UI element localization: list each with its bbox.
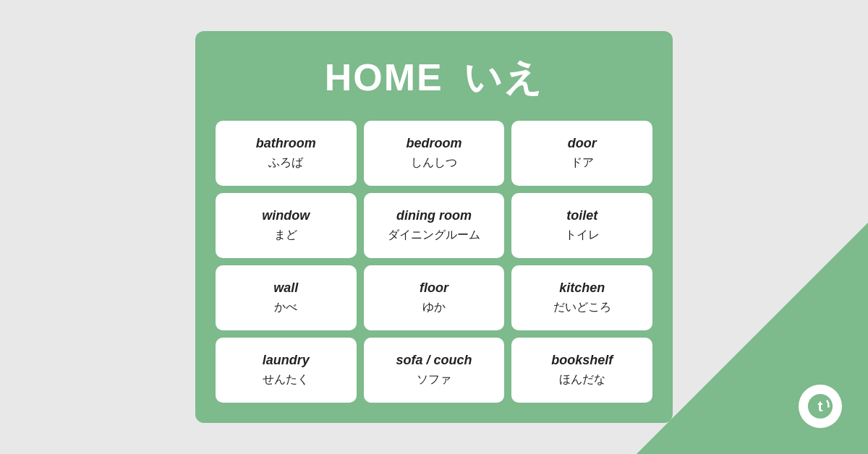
vocab-japanese: まど [274,228,297,243]
vocab-english: floor [420,280,448,296]
vocab-grid: bathroomふろばbedroomしんしつdoorドアwindowまどdini… [216,121,652,403]
vocab-cell: floorゆか [364,265,505,330]
vocab-japanese: トイレ [565,228,600,243]
vocab-cell: bookshelfほんだな [511,338,652,403]
brand-logo: t [799,385,842,428]
vocab-english: sofa / couch [396,353,472,368]
title-japanese: いえ [464,56,543,98]
vocab-english: bookshelf [551,353,613,368]
vocab-japanese: ソファ [417,372,451,387]
vocab-english: dining room [396,208,472,223]
title-english: HOME [325,56,443,98]
main-card: HOME いえ bathroomふろばbedroomしんしつdoorドアwind… [195,31,673,423]
vocab-english: laundry [263,353,310,368]
vocab-japanese: ドア [571,155,594,171]
vocab-cell: kitchenだいどころ [511,265,652,330]
vocab-japanese: ダイニングルーム [388,228,480,243]
vocab-cell: sofa / couchソファ [364,338,505,403]
vocab-cell: bedroomしんしつ [364,121,505,186]
vocab-english: wall [273,280,298,296]
vocab-japanese: せんたく [263,372,309,387]
vocab-cell: dining roomダイニングルーム [364,193,505,258]
vocab-cell: laundryせんたく [216,338,357,403]
vocab-cell: bathroomふろば [216,121,357,186]
vocab-english: bedroom [406,136,461,151]
vocab-cell: wallかべ [216,265,357,330]
vocab-english: bathroom [256,136,316,151]
vocab-japanese: だいどころ [553,300,611,315]
vocab-cell: windowまど [216,193,357,258]
vocab-japanese: ふろば [268,155,303,171]
vocab-japanese: かべ [274,300,297,315]
vocab-japanese: ゆか [422,300,446,315]
vocab-cell: toiletトイレ [511,193,652,258]
vocab-english: kitchen [559,280,605,296]
vocab-japanese: ほんだな [559,372,605,387]
vocab-english: window [262,208,310,223]
vocab-english: door [568,136,597,151]
vocab-cell: doorドア [511,121,652,186]
svg-text:t: t [818,398,823,414]
card-title: HOME いえ [216,53,652,103]
vocab-japanese: しんしつ [411,155,457,171]
vocab-english: toilet [566,208,597,223]
